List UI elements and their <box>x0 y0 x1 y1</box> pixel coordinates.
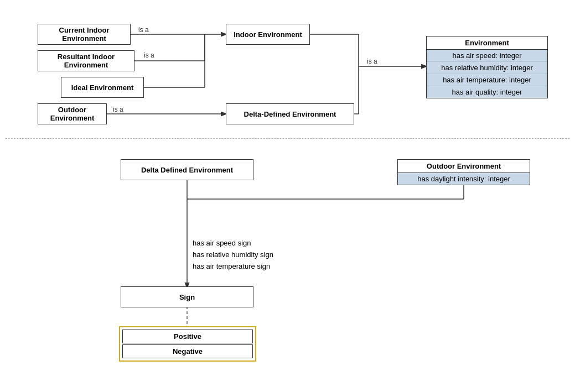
outdoor-env-attr: has daylight intensity: integer <box>398 173 530 185</box>
negative-item: Negative <box>122 344 253 358</box>
sign-box: Sign <box>121 286 253 307</box>
environment-box: Environment has air speed: integer has r… <box>426 36 548 98</box>
current-indoor-box: Current Indoor Environment <box>38 24 131 45</box>
env-attr-1: has air speed: integer <box>427 50 547 62</box>
environment-header: Environment <box>427 36 547 50</box>
indoor-environment-box: Indoor Environment <box>226 24 310 45</box>
outdoor-environment-top-box: Outdoor Environment <box>38 103 107 124</box>
outdoor-environment-bottom-box: Outdoor Environment has daylight intensi… <box>397 159 530 185</box>
is-a-label-1: is a <box>138 26 149 34</box>
env-attr-2: has relative humidity: integer <box>427 62 547 74</box>
section-divider <box>6 138 569 139</box>
arrow-label-3: has air temperature sign <box>193 261 273 273</box>
enum-container: Positive Negative <box>119 326 256 362</box>
top-section: Current Indoor Environment Resultant Ind… <box>0 0 575 138</box>
delta-defined-bottom-box: Delta Defined Environment <box>121 159 253 180</box>
diagram-container: Current Indoor Environment Resultant Ind… <box>0 0 575 392</box>
is-a-label-4: is a <box>367 58 377 65</box>
resultant-indoor-box: Resultant Indoor Environment <box>38 50 134 71</box>
bottom-section: Delta Defined Environment Outdoor Enviro… <box>0 144 575 392</box>
arrow-label-2: has relative humidity sign <box>193 249 273 261</box>
positive-item: Positive <box>122 330 253 343</box>
arrow-label-1: has air speed sign <box>193 238 273 249</box>
env-attr-3: has air temperature: integer <box>427 74 547 86</box>
delta-defined-top-box: Delta-Defined Environment <box>226 103 354 124</box>
outdoor-env-header: Outdoor Environment <box>398 160 530 173</box>
is-a-label-2: is a <box>144 51 154 59</box>
env-attr-4: has air quality: integer <box>427 86 547 98</box>
ideal-environment-box: Ideal Environment <box>61 77 144 98</box>
is-a-label-3: is a <box>113 106 123 113</box>
